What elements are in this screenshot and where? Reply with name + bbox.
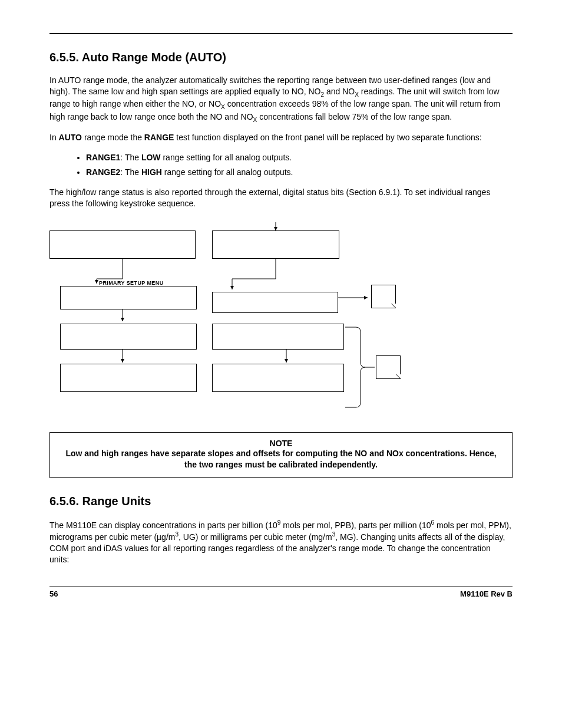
bullet-list: RANGE1: The LOW range setting for all an… — [49, 151, 513, 179]
flow-box — [49, 230, 196, 259]
bold: RANGE — [144, 133, 174, 142]
top-rule — [49, 33, 513, 34]
note-box: NOTE Low and high ranges have separate s… — [49, 432, 513, 478]
list-item: RANGE2: The HIGH range setting for all a… — [86, 166, 513, 179]
flow-box — [60, 364, 197, 392]
flowchart: PRIMARY SETUP MENU — [49, 222, 513, 411]
text: : The — [120, 167, 141, 177]
doc-id: M9110E Rev B — [460, 589, 513, 598]
subscript: X — [221, 104, 225, 110]
text: test function displayed on the front pan… — [174, 133, 481, 142]
flow-box — [212, 324, 344, 350]
flow-box — [212, 292, 338, 313]
text: range mode the — [82, 133, 144, 142]
text: The M9110E can display concentrations in… — [49, 520, 277, 529]
text: : The — [120, 153, 141, 162]
bold: AUTO — [59, 133, 82, 142]
text: range setting for all analog outputs. — [162, 167, 293, 177]
page: 6.5.5. Auto Range Mode (AUTO) In AUTO ra… — [0, 0, 562, 728]
note-text: Low and high ranges have separate slopes… — [61, 448, 501, 470]
footer: 56 M9110E Rev B — [49, 587, 513, 598]
text: and NO — [324, 87, 355, 96]
flow-box — [60, 324, 197, 350]
flow-box — [212, 230, 339, 259]
para-655-3: The high/low range status is also report… — [49, 187, 513, 209]
text: range setting for all analog outputs. — [161, 153, 292, 162]
page-number: 56 — [49, 589, 58, 598]
list-item: RANGE1: The LOW range setting for all an… — [86, 151, 513, 164]
bold: HIGH — [141, 167, 162, 177]
note-title: NOTE — [61, 439, 501, 448]
flow-note — [376, 355, 401, 379]
text: mols per mol, PPB), parts per million (1… — [280, 520, 431, 529]
text: concentrations fall below 75% of the low… — [257, 112, 452, 121]
bold: RANGE1 — [86, 153, 120, 162]
para-656-1: The M9110E can display concentrations in… — [49, 519, 513, 565]
bold: LOW — [141, 153, 161, 162]
text: , UG) or milligrams per cubic meter (mg/… — [178, 532, 332, 542]
para-655-2: In AUTO range mode the RANGE test functi… — [49, 132, 513, 143]
subscript: X — [355, 91, 359, 98]
flow-note — [371, 285, 396, 308]
flow-box — [60, 286, 197, 309]
heading-655: 6.5.5. Auto Range Mode (AUTO) — [49, 51, 513, 64]
flow-box — [212, 364, 344, 392]
text: In — [49, 133, 59, 142]
flow-label-primary: PRIMARY SETUP MENU — [99, 280, 164, 286]
para-655-1: In AUTO range mode, the analyzer automat… — [49, 75, 513, 124]
heading-656: 6.5.6. Range Units — [49, 495, 513, 508]
bold: RANGE2 — [86, 167, 120, 177]
